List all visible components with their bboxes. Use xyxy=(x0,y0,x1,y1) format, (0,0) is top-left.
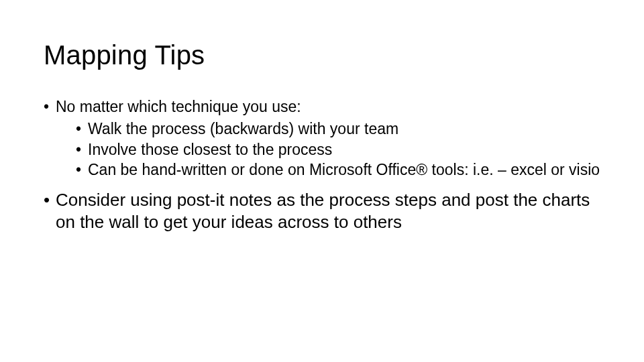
bullet-item-1: No matter which technique you use: Walk … xyxy=(44,97,600,180)
sub-bullet-text-1: Walk the process (backwards) with your t… xyxy=(88,120,398,137)
slide: Mapping Tips No matter which technique y… xyxy=(0,0,644,362)
bullet-text-2: Consider using post-it notes as the proc… xyxy=(56,190,590,232)
bullet-text-1: No matter which technique you use: xyxy=(56,98,301,115)
sub-bullet-list: Walk the process (backwards) with your t… xyxy=(56,119,600,180)
sub-bullet-item-3: Can be hand-written or done on Microsoft… xyxy=(76,160,600,180)
sub-bullet-text-3: Can be hand-written or done on Microsoft… xyxy=(88,161,600,178)
bullet-list: No matter which technique you use: Walk … xyxy=(44,97,600,233)
sub-bullet-text-2: Involve those closest to the process xyxy=(88,141,332,158)
sub-bullet-item-1: Walk the process (backwards) with your t… xyxy=(76,119,600,139)
bullet-item-2: Consider using post-it notes as the proc… xyxy=(44,189,600,233)
slide-content: No matter which technique you use: Walk … xyxy=(44,97,600,233)
sub-bullet-item-2: Involve those closest to the process xyxy=(76,140,600,160)
slide-title: Mapping Tips xyxy=(44,40,600,70)
